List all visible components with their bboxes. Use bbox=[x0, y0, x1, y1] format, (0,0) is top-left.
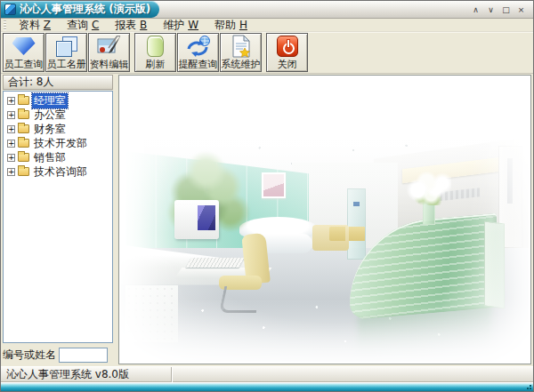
resize-grip[interactable] bbox=[525, 384, 531, 389]
tree-item-finance-office[interactable]: + 财务室 bbox=[4, 122, 112, 136]
window-bottom-frame bbox=[1, 382, 533, 391]
refresh-button[interactable]: 刷新 bbox=[134, 33, 176, 72]
maximize-icon[interactable]: □ bbox=[500, 4, 512, 15]
folder-icon bbox=[18, 139, 29, 148]
refresh-box-icon bbox=[135, 34, 175, 59]
tree-item-tech-development[interactable]: + 技术开发部 bbox=[4, 136, 112, 150]
main-area: 合计: 8人 + 经理室 + 办公室 + 财务室 + bbox=[1, 74, 533, 366]
edit-image-icon bbox=[89, 34, 129, 59]
tree-item-tech-consulting[interactable]: + 技术咨询部 bbox=[4, 164, 112, 179]
employee-query-button[interactable]: 员工查询 bbox=[3, 33, 44, 72]
menu-report[interactable]: 报表 B bbox=[107, 19, 155, 32]
expand-icon[interactable]: + bbox=[7, 125, 15, 133]
data-edit-button[interactable]: 资料编辑 bbox=[88, 33, 130, 72]
close-button[interactable]: 关闭 bbox=[266, 33, 308, 72]
status-empty-panel bbox=[172, 367, 533, 382]
folder-icon bbox=[18, 96, 29, 105]
app-icon bbox=[4, 4, 16, 15]
total-count-header: 合计: 8人 bbox=[3, 75, 113, 90]
sidebar: 合计: 8人 + 经理室 + 办公室 + 财务室 + bbox=[3, 75, 113, 364]
employee-roster-button[interactable]: 员工名册 bbox=[45, 33, 87, 72]
sync-globe-icon bbox=[178, 34, 218, 59]
folder-icon bbox=[18, 153, 29, 162]
power-icon bbox=[267, 34, 307, 59]
search-label: 编号或姓名 bbox=[3, 348, 56, 363]
search-row: 编号或姓名 bbox=[3, 345, 113, 364]
status-version-text: 沁心人事管理系统 v8.0版 bbox=[1, 367, 172, 382]
menubar-grip[interactable] bbox=[4, 20, 6, 30]
employee-search-input[interactable] bbox=[59, 348, 108, 363]
menu-query[interactable]: 查询 C bbox=[59, 19, 107, 32]
toolbar: 员工查询 员工名册 资料编辑 刷新 bbox=[1, 32, 533, 74]
folder-icon bbox=[18, 124, 29, 133]
photo-panel bbox=[118, 75, 531, 364]
menu-data[interactable]: 资料 Z bbox=[11, 19, 59, 32]
menubar: 资料 Z 查询 C 报表 B 维护 W 帮助 H bbox=[1, 19, 533, 32]
rollup-icon[interactable]: ∧ bbox=[470, 4, 481, 15]
window-title: 沁心人事管理系统 (演示版) bbox=[20, 2, 150, 17]
reminder-query-button[interactable]: 提醒查询 bbox=[177, 33, 219, 72]
close-window-icon[interactable]: × bbox=[515, 4, 527, 15]
document-star-icon bbox=[221, 34, 261, 59]
tree-item-sales[interactable]: + 销售部 bbox=[4, 150, 112, 164]
statusbar: 沁心人事管理系统 v8.0版 bbox=[1, 366, 533, 382]
menu-help[interactable]: 帮助 H bbox=[206, 19, 255, 32]
department-tree: + 经理室 + 办公室 + 财务室 + 技术开发部 bbox=[3, 91, 113, 343]
gem-icon bbox=[4, 34, 44, 59]
expand-icon[interactable]: + bbox=[7, 97, 15, 105]
reception-photo bbox=[121, 77, 529, 362]
window-controls: ∧ ∨ □ × bbox=[470, 1, 533, 18]
expand-icon[interactable]: + bbox=[7, 111, 15, 119]
expand-icon[interactable]: + bbox=[7, 154, 15, 162]
titlebar: 沁心人事管理系统 (演示版) ∧ ∨ □ × bbox=[1, 1, 533, 19]
expand-icon[interactable]: + bbox=[7, 168, 15, 176]
system-maintenance-button[interactable]: 系统维护 bbox=[220, 33, 262, 72]
app-window: 沁心人事管理系统 (演示版) ∧ ∨ □ × 资料 Z 查询 C 报表 B 维护… bbox=[0, 0, 534, 392]
menu-maintain[interactable]: 维护 W bbox=[155, 19, 206, 32]
expand-icon[interactable]: + bbox=[7, 140, 15, 148]
folder-icon bbox=[18, 167, 29, 176]
minimize-icon[interactable]: ∨ bbox=[485, 4, 497, 15]
folder-icon bbox=[18, 110, 29, 119]
title-tab: 沁心人事管理系统 (演示版) bbox=[1, 1, 159, 18]
tree-item-manager-office[interactable]: + 经理室 bbox=[4, 93, 112, 108]
copy-icon bbox=[46, 34, 86, 59]
tree-item-office[interactable]: + 办公室 bbox=[4, 108, 112, 122]
photo-vignette bbox=[121, 77, 529, 362]
